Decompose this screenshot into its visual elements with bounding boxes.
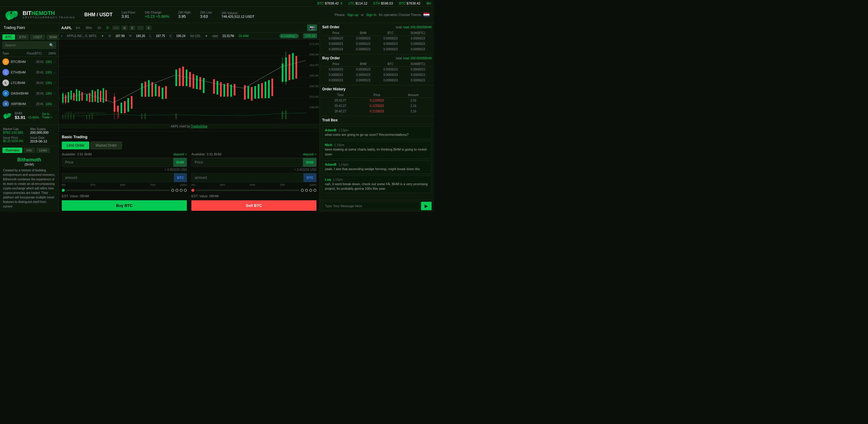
bhm-description-area: Bithemoth (BHM) Created by a mixture of … xyxy=(0,155,59,211)
buy-available-row: Available: 3.91 BHM deposit > xyxy=(62,152,187,156)
troll-box-input[interactable] xyxy=(322,202,419,210)
time-1h[interactable]: 1h xyxy=(96,25,103,30)
buy-slider[interactable] xyxy=(62,189,187,192)
screenshot-button[interactable]: 📷 xyxy=(307,24,317,31)
ticker-ltc: LTC $114.12 xyxy=(348,1,367,5)
tab-overview[interactable]: Overview xyxy=(2,148,22,153)
svg-rect-81 xyxy=(272,78,273,96)
tb-text-3: yeah, I see that ascending wedge forming… xyxy=(325,167,429,171)
svg-point-4 xyxy=(14,11,18,13)
trading-section: Basic Trading Limit Order Market Order A… xyxy=(59,132,319,212)
star-xrpbhm[interactable]: ☆ xyxy=(53,102,56,106)
buy-amount-input[interactable] xyxy=(62,173,187,182)
buy-slider-handle[interactable] xyxy=(62,189,65,192)
time-D[interactable]: D xyxy=(104,25,111,30)
buy-btc-button[interactable]: Buy BTC xyxy=(62,200,187,211)
market-order-tab[interactable]: Market Order xyxy=(90,141,122,150)
sell-order-header: Sell Order total: total: 000.00005BHM xyxy=(322,25,432,29)
pair-row-btcbhm[interactable]: ₿ BTC/BHM 20:41 1001 ☆ xyxy=(0,57,59,67)
chart-vol1: 23.317M xyxy=(222,34,234,38)
star-dashbhm[interactable]: ☆ xyxy=(53,92,56,95)
buy-price-input[interactable] xyxy=(62,158,187,167)
tradingview-link[interactable]: TradingView xyxy=(191,125,207,128)
volume-value: 748,425,512.12 USDT xyxy=(221,15,254,19)
svg-rect-88 xyxy=(296,56,297,78)
tab-eth[interactable]: ETH xyxy=(16,34,29,40)
buy-order-row-3: 0.0000023 0.0000023 0.0000023 0.0000023 xyxy=(322,78,432,83)
coin-symbol: (BHM) xyxy=(3,163,56,166)
chart-right-tools: 📷 xyxy=(307,24,317,31)
svg-text:148.00: 148.00 xyxy=(309,106,318,109)
market-cap-value: $782,142,981 xyxy=(3,131,28,134)
troll-box-input-row: ▶ xyxy=(320,200,434,212)
chart-tool-lines[interactable]: ⌐¬ xyxy=(113,26,120,30)
tab-bhm[interactable]: BHM xyxy=(46,34,59,40)
change-stat: 24h Change: +0.23 +5.86% xyxy=(145,11,169,19)
svg-point-2 xyxy=(7,15,10,20)
chart-tool-indicators[interactable]: ⋯ xyxy=(137,26,144,30)
volume-stat: 24h Volume: 748,425,512.12 USDT xyxy=(221,11,254,19)
tb-msg-4: Luq 1:15pm nah, it wont break down, chec… xyxy=(322,175,432,193)
svg-rect-72 xyxy=(234,84,236,95)
order-history-row-3: 20:42:27 0.1235023 2.16 xyxy=(322,109,432,114)
ticker-btc: BTC $7838.42 8 xyxy=(317,1,342,5)
troll-box-send-button[interactable]: ▶ xyxy=(421,202,432,210)
eth-icon: Ξ xyxy=(2,69,9,75)
chart-container: AAPL 1m 30m 1h D ⌐¬ ⊞ ||| ⋯ ⊕ 📷 ▪ APPLE … xyxy=(59,23,319,132)
star-ltcbhm[interactable]: ☆ xyxy=(53,81,56,85)
coin-name: Bithemoth xyxy=(3,157,56,163)
tb-text-2: been looking at some charts lately, im t… xyxy=(325,147,429,157)
logo-elephant-icon xyxy=(4,9,20,21)
sell-amount-input[interactable] xyxy=(191,173,316,182)
sell-price-row: BHM xyxy=(191,158,316,167)
pairs-column-header: Type Price(BTC) 24h% xyxy=(0,51,59,57)
chart-tool-bar[interactable]: ||| xyxy=(129,26,135,30)
tab-links[interactable]: Links xyxy=(36,148,50,153)
sell-price-input[interactable] xyxy=(191,158,316,167)
pair-row-xrpbhm[interactable]: ✕ XRP/BHM 20:41 1001 ☆ xyxy=(0,99,59,106)
svg-point-8 xyxy=(6,114,7,115)
svg-rect-80 xyxy=(268,80,270,98)
center-area: AAPL 1m 30m 1h D ⌐¬ ⊞ ||| ⋯ ⊕ 📷 ▪ APPLE … xyxy=(59,23,319,212)
svg-rect-75 xyxy=(251,87,253,101)
buy-currency-btc: BTC xyxy=(174,173,187,182)
sign-in-link[interactable]: Sign In xyxy=(366,13,376,17)
limit-order-tab[interactable]: Limit Order xyxy=(62,141,89,150)
sign-up-link[interactable]: Sign up xyxy=(347,13,358,17)
pair-row-ltcbhm[interactable]: Ł LTC/BHM 20:41 1001 ☆ xyxy=(0,78,59,88)
sell-deposit-link[interactable]: deposit > xyxy=(303,152,316,156)
chart-tool-compare[interactable]: ⊕ xyxy=(146,26,152,30)
time-1m[interactable]: 1m xyxy=(73,25,82,30)
tab-btc[interactable]: BTC xyxy=(2,34,15,40)
svg-text:168.00: 168.00 xyxy=(309,53,318,56)
tb-time-3: 1:14pm xyxy=(338,163,348,166)
buy-deposit-link[interactable]: deposit > xyxy=(173,152,187,156)
tb-user-2: Mich xyxy=(325,143,333,146)
go-to-trade-link[interactable]: Go to Trade > xyxy=(42,112,56,119)
star-btcbhm[interactable]: ☆ xyxy=(53,60,56,64)
sell-slider[interactable] xyxy=(191,189,316,192)
chart-tool-candle[interactable]: ⊞ xyxy=(121,26,127,30)
low-stat: 24h Low: 3.63 xyxy=(200,11,213,19)
pair-row-dashbhm[interactable]: D DASH/BHM 20:41 1001 ☆ xyxy=(0,88,59,99)
last-price-value: 3.91 xyxy=(121,14,135,19)
svg-text:156.00: 156.00 xyxy=(309,85,318,88)
sell-btc-button[interactable]: Sell BTC xyxy=(191,200,316,211)
search-input[interactable] xyxy=(2,41,56,49)
tab-usdt[interactable]: USDT xyxy=(30,34,45,40)
sell-slider-handle[interactable] xyxy=(191,189,194,192)
buy-est-value: EST. Value: 0BHM xyxy=(62,194,187,198)
tab-info[interactable]: Info xyxy=(24,148,35,153)
svg-rect-79 xyxy=(265,81,267,98)
xrp-icon: ✕ xyxy=(2,101,9,106)
pair-row-ethbhm[interactable]: Ξ ETH/BHM 20:41 1001 ☆ xyxy=(0,67,59,78)
sell-order-section: Sell Order total: total: 000.00005BHM Pr… xyxy=(320,23,434,54)
star-ethbhm[interactable]: ☆ xyxy=(53,71,56,74)
order-history-section: Order History Time Price Amount 20:42:27… xyxy=(320,85,434,116)
bhm-symbol: BHM xyxy=(15,111,39,115)
svg-rect-38 xyxy=(97,89,98,103)
svg-rect-62 xyxy=(193,74,194,89)
time-30m[interactable]: 30m xyxy=(84,25,94,30)
last-price-stat: Last Price: 3.91 xyxy=(121,11,135,19)
svg-text:172.00: 172.00 xyxy=(309,42,318,45)
